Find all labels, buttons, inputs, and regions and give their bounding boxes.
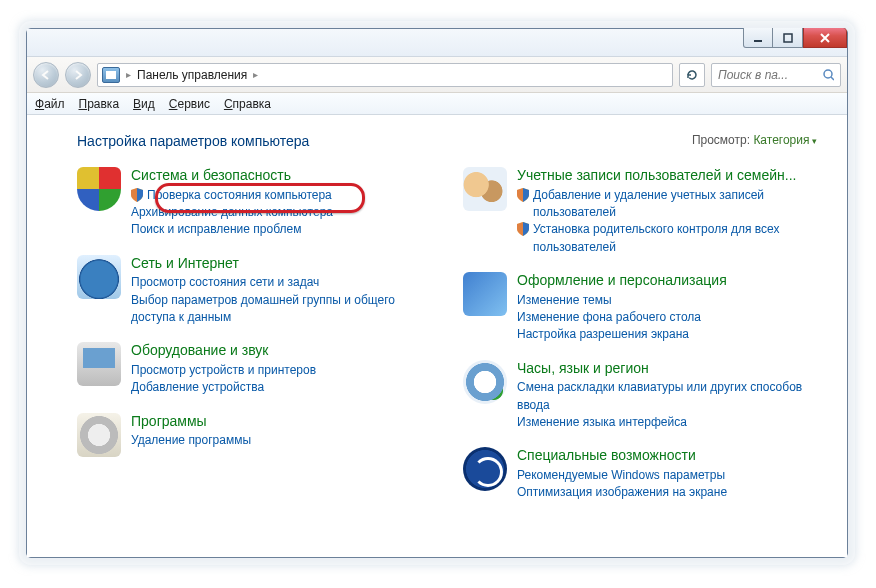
sec-icon (77, 167, 121, 211)
navbar: ▸ Панель управления ▸ (27, 57, 847, 93)
breadcrumb-sep-icon: ▸ (126, 69, 131, 80)
category-title[interactable]: Учетные записи пользователей и семейн... (517, 167, 821, 185)
category-sublink[interactable]: Настройка разрешения экрана (517, 326, 821, 343)
forward-button[interactable] (65, 62, 91, 88)
svg-rect-0 (754, 40, 762, 42)
clk-icon (463, 360, 507, 404)
category-block: Учетные записи пользователей и семейн...… (463, 167, 821, 256)
search-input[interactable] (718, 68, 818, 82)
category-block: Оформление и персонализацияИзменение тем… (463, 272, 821, 344)
refresh-button[interactable] (679, 63, 705, 87)
menu-tools[interactable]: Сервис (169, 97, 210, 111)
prog-icon (77, 413, 121, 457)
close-button[interactable] (803, 28, 847, 48)
svg-rect-1 (784, 34, 792, 42)
category-title[interactable]: Оборудование и звук (131, 342, 435, 360)
menu-view[interactable]: Вид (133, 97, 155, 111)
view-selector[interactable]: Просмотр: Категория (692, 133, 817, 147)
category-block: ПрограммыУдаление программы (77, 413, 435, 457)
app-icon (463, 272, 507, 316)
category-block: Специальные возможностиРекомендуемые Win… (463, 447, 821, 501)
shield-icon (131, 188, 143, 202)
address-bar[interactable]: ▸ Панель управления ▸ (97, 63, 673, 87)
net-icon (77, 255, 121, 299)
user-icon (463, 167, 507, 211)
category-sublink[interactable]: Рекомендуемые Windows параметры (517, 467, 821, 484)
titlebar[interactable] (27, 29, 847, 57)
minimize-button[interactable] (743, 28, 773, 48)
acc-icon (463, 447, 507, 491)
shield-icon (517, 222, 529, 236)
category-sublink[interactable]: Добавление устройства (131, 379, 435, 396)
category-sublink[interactable]: Удаление программы (131, 432, 435, 449)
category-sublink[interactable]: Установка родительского контроля для все… (517, 221, 821, 256)
category-sublink[interactable]: Изменение темы (517, 292, 821, 309)
category-sublink[interactable]: Выбор параметров домашней группы и общег… (131, 292, 435, 327)
control-panel-window: ▸ Панель управления ▸ Файл Правка Вид Се… (26, 28, 848, 558)
search-icon (822, 68, 834, 82)
category-title[interactable]: Специальные возможности (517, 447, 821, 465)
menu-file[interactable]: Файл (35, 97, 65, 111)
maximize-button[interactable] (773, 28, 803, 48)
category-sublink[interactable]: Архивирование данных компьютера (131, 204, 435, 221)
view-value[interactable]: Категория (753, 133, 817, 147)
category-sublink[interactable]: Поиск и исправление проблем (131, 221, 435, 238)
search-box[interactable] (711, 63, 841, 87)
category-sublink[interactable]: Проверка состояния компьютера (131, 187, 435, 204)
svg-line-3 (831, 77, 834, 80)
back-button[interactable] (33, 62, 59, 88)
breadcrumb-label[interactable]: Панель управления (137, 68, 247, 82)
svg-point-2 (824, 70, 832, 78)
menu-help[interactable]: Справка (224, 97, 271, 111)
category-sublink[interactable]: Оптимизация изображения на экране (517, 484, 821, 501)
category-title[interactable]: Программы (131, 413, 435, 431)
category-sublink[interactable]: Изменение фона рабочего стола (517, 309, 821, 326)
shield-icon (517, 188, 529, 202)
category-block: Оборудование и звукПросмотр устройств и … (77, 342, 435, 396)
category-sublink[interactable]: Смена раскладки клавиатуры или других сп… (517, 379, 821, 414)
category-title[interactable]: Часы, язык и регион (517, 360, 821, 378)
control-panel-icon (102, 67, 120, 83)
category-title[interactable]: Сеть и Интернет (131, 255, 435, 273)
category-block: Часы, язык и регионСмена раскладки клави… (463, 360, 821, 432)
category-block: Сеть и ИнтернетПросмотр состояния сети и… (77, 255, 435, 327)
category-sublink[interactable]: Просмотр устройств и принтеров (131, 362, 435, 379)
category-title[interactable]: Система и безопасность (131, 167, 435, 185)
category-sublink[interactable]: Изменение языка интерфейса (517, 414, 821, 431)
hw-icon (77, 342, 121, 386)
breadcrumb-sep-icon: ▸ (253, 69, 258, 80)
menu-edit[interactable]: Правка (79, 97, 120, 111)
category-sublink[interactable]: Добавление и удаление учетных записей по… (517, 187, 821, 222)
menubar: Файл Правка Вид Сервис Справка (27, 93, 847, 115)
category-title[interactable]: Оформление и персонализация (517, 272, 821, 290)
category-sublink[interactable]: Просмотр состояния сети и задач (131, 274, 435, 291)
content-area: Настройка параметров компьютера Просмотр… (27, 115, 847, 557)
category-block: Система и безопасностьПроверка состояния… (77, 167, 435, 239)
